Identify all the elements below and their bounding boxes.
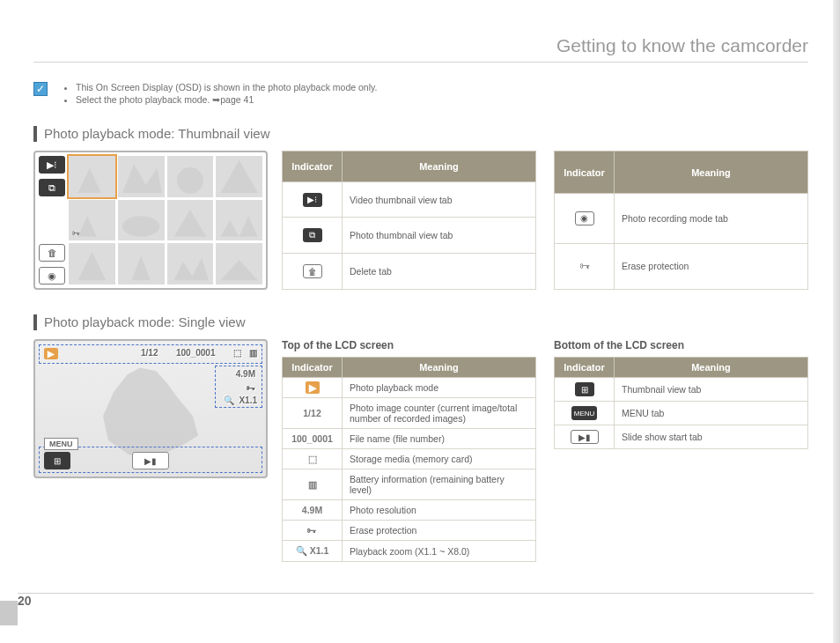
video-thumb-tab-icon[interactable]: ▶⁝ [39, 156, 65, 174]
image-counter: 1/12 [141, 348, 158, 358]
th-meaning: Meaning [343, 152, 536, 182]
th-indicator: Indicator [283, 152, 343, 182]
note-item: This On Screen Display (OSD) is shown in… [76, 82, 377, 92]
slideshow-tab[interactable]: ▶▮ [132, 452, 169, 469]
erase-protection-icon: 🗝 [72, 229, 80, 238]
meaning-cell: Storage media (memory card) [343, 449, 536, 469]
page-gutter [833, 0, 840, 643]
notes-list: This On Screen Display (OSD) is shown in… [56, 82, 377, 107]
thumbnail[interactable]: 🗝 [69, 200, 115, 241]
lcd-single-view: ▶ 1/12 100_0001 ⬚ ▥ 4.9M 🗝 🔍 X1.1 ⊞ MENU… [33, 339, 268, 478]
meaning-cell: Photo playback mode [343, 378, 536, 398]
page-number: 20 [18, 594, 32, 608]
meaning-cell: Erase protection [615, 243, 808, 289]
storage-icon: ⬚ [233, 348, 241, 358]
th-indicator: Indicator [555, 152, 615, 194]
meaning-cell: Thumbnail view tab [615, 378, 808, 402]
photo-rec-tab-icon: ◉ [575, 211, 594, 225]
delete-tab-icon: 🗑 [303, 264, 322, 278]
meaning-cell: Photo resolution [343, 500, 536, 521]
thumbnail[interactable] [69, 156, 115, 197]
video-thumb-tab-icon: ▶⁝ [303, 193, 322, 207]
resolution-label: 4.9M [236, 369, 255, 379]
lcd-thumbnail-view: ▶⁝ ⧉ 🗑 ◉ 🗝 [33, 151, 268, 290]
meaning-cell: MENU tab [615, 402, 808, 425]
meaning-cell: Delete tab [343, 254, 536, 290]
page-title: Getting to know the camcorder [33, 35, 808, 63]
filename-indicator: 100_0001 [291, 433, 333, 444]
section-title-single: Photo playback mode: Single view [33, 314, 808, 330]
thumbnail[interactable] [118, 200, 165, 241]
resolution-indicator: 4.9M [302, 505, 322, 515]
thumbnail[interactable] [69, 243, 115, 285]
notes-row: ✓ This On Screen Display (OSD) is shown … [33, 82, 808, 107]
th-indicator: Indicator [555, 358, 615, 378]
footer-rule [18, 593, 814, 594]
indicator-table-bottom: Indicator Meaning ⊞Thumbnail view tab ME… [554, 357, 808, 449]
th-meaning: Meaning [615, 152, 808, 194]
menu-tab[interactable]: MENU [44, 438, 78, 450]
zoom-indicator: 🔍 X1.1 [296, 545, 329, 556]
thumbnail[interactable] [216, 200, 262, 241]
play-mode-icon: ▶ [306, 381, 320, 394]
erase-protection-icon: 🗝 [579, 260, 590, 272]
meaning-cell: Photo recording mode tab [615, 194, 808, 244]
meaning-cell: Erase protection [343, 521, 536, 541]
file-name: 100_0001 [176, 348, 216, 358]
thumbnail-view-tab[interactable]: ⊞ [44, 452, 70, 469]
play-mode-icon: ▶ [44, 348, 58, 359]
thumbnail[interactable] [216, 243, 262, 285]
indicator-table-2: Indicator Meaning ◉Photo recording mode … [554, 151, 808, 290]
meaning-cell: Slide show start tab [615, 425, 808, 449]
photo-thumb-tab-icon[interactable]: ⧉ [39, 179, 65, 196]
meaning-cell: Battery information (remaining battery l… [343, 469, 536, 500]
counter-indicator: 1/12 [303, 408, 321, 418]
zoom-icon: 🔍 [224, 395, 234, 405]
th-meaning: Meaning [343, 358, 536, 378]
meaning-cell: Photo image counter (current image/total… [343, 398, 536, 429]
col-heading-top: Top of the LCD screen [282, 339, 536, 351]
note-item: Select the photo playback mode. ➥page 41 [76, 94, 377, 105]
menu-tab-indicator: MENU [571, 406, 598, 420]
thumbnail[interactable] [216, 156, 262, 197]
meaning-cell: Playback zoom (X1.1 ~ X8.0) [343, 541, 536, 562]
storage-indicator: ⬚ [308, 454, 317, 464]
indicator-table-1: Indicator Meaning ▶⁝Video thumbnail view… [282, 151, 536, 290]
photo-rec-tab-icon[interactable]: ◉ [39, 267, 65, 285]
thumbnail[interactable] [167, 243, 214, 285]
delete-tab-icon[interactable]: 🗑 [39, 244, 65, 262]
battery-icon: ▥ [249, 348, 257, 358]
indicator-table-top: Indicator Meaning ▶Photo playback mode 1… [282, 357, 536, 562]
section-title-thumb: Photo playback mode: Thumbnail view [33, 126, 808, 142]
erase-protection-icon: 🗝 [247, 383, 255, 393]
col-heading-bottom: Bottom of the LCD screen [554, 339, 808, 351]
thumbnail[interactable] [118, 156, 165, 197]
thumbnail[interactable] [167, 200, 214, 241]
thumbnail[interactable] [167, 156, 214, 197]
slideshow-tab-indicator: ▶▮ [571, 430, 599, 444]
check-icon: ✓ [33, 82, 48, 96]
thumbnail[interactable] [118, 243, 165, 285]
th-indicator: Indicator [283, 358, 343, 378]
th-meaning: Meaning [615, 358, 808, 378]
zoom-label: X1.1 [239, 395, 257, 405]
side-tab [0, 601, 18, 625]
meaning-cell: Video thumbnail view tab [343, 181, 536, 218]
thumbnail-tab-indicator: ⊞ [575, 382, 594, 396]
meaning-cell: Photo thumbnail view tab [343, 218, 536, 254]
battery-indicator: ▥ [308, 479, 317, 490]
meaning-cell: File name (file number) [343, 429, 536, 449]
photo-thumb-tab-icon: ⧉ [303, 228, 322, 242]
photo-silhouette [98, 363, 203, 460]
erase-protection-indicator: 🗝 [307, 525, 317, 536]
